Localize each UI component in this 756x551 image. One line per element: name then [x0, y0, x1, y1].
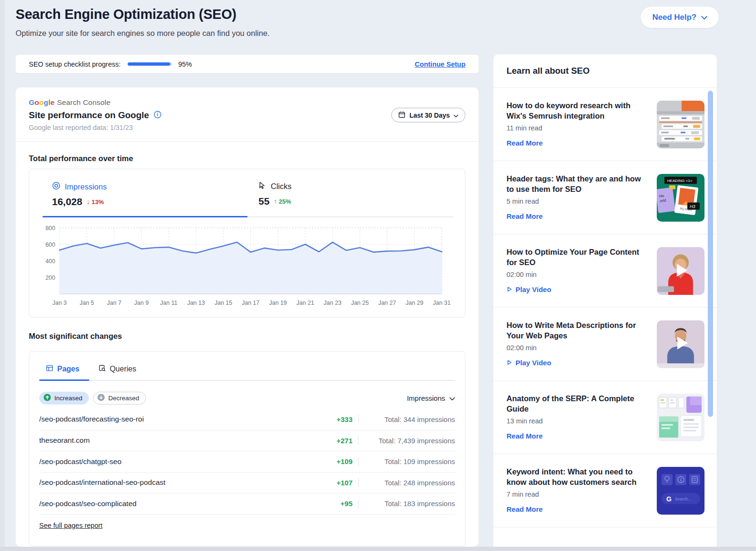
article-title: Keyword intent: What you need to know ab… — [507, 467, 648, 487]
svg-text:800: 800 — [45, 225, 55, 232]
table-row: /seo-podcast/seo-complicated +95 Total: … — [39, 493, 455, 514]
video-thumbnail[interactable] — [657, 247, 704, 295]
svg-text:Jan 13: Jan 13 — [187, 300, 205, 306]
change-value: +95 — [324, 499, 352, 508]
page-path: /seo-podcast/seo-complicated — [39, 499, 324, 508]
total-impressions: Total: 344 impressions — [364, 415, 455, 423]
performance-heading: Total performance over time — [29, 154, 465, 163]
last-reported-text: Google last reported data: 1/31/23 — [29, 124, 465, 131]
svg-text:HEADING <1>: HEADING <1> — [667, 179, 692, 183]
need-help-button[interactable]: Need Help? — [641, 7, 719, 28]
increase-circle-icon — [43, 394, 51, 403]
filter-increased-chip[interactable]: Increased — [39, 392, 89, 405]
header-tags-graphic: HEADING <1> Hoorld My Work H3 — [657, 174, 704, 222]
article-meta: 5 min read — [507, 198, 648, 205]
table-row: /seo-podcast/chatgpt-seo +109 Total: 109… — [39, 451, 455, 472]
performance-chart: 200400600800Jan 3Jan 5Jan 7Jan 9Jan 11Ja… — [43, 223, 453, 312]
svg-text:Jan 25: Jan 25 — [351, 300, 369, 306]
performance-chart-card: Impressions 16,028 ↓ 13% Clicks — [29, 169, 465, 318]
play-video-link[interactable]: Play Video — [507, 359, 648, 367]
semrush-table-graphic — [657, 101, 704, 148]
article-title: Header tags: What they are and how to us… — [507, 174, 648, 194]
total-impressions: Total: 248 impressions — [364, 479, 455, 487]
svg-text:orld: orld — [660, 198, 666, 203]
need-help-label: Need Help? — [652, 13, 696, 22]
changes-heading: Most significant changes — [29, 332, 465, 341]
chevron-down-icon — [701, 13, 707, 22]
impressions-label: Impressions — [65, 182, 107, 191]
read-more-link[interactable]: Read More — [507, 432, 648, 440]
info-icon[interactable] — [154, 111, 162, 121]
clicks-delta: ↑ 25% — [274, 198, 291, 205]
chevron-down-icon — [449, 394, 455, 402]
decrease-circle-icon — [97, 394, 105, 403]
divider — [358, 415, 359, 423]
change-value: +333 — [324, 415, 352, 423]
changes-table: /seo-podcast/forecasting-seo-roi +333 To… — [39, 409, 455, 515]
page-path: /seo-podcast/chatgpt-seo — [39, 457, 324, 466]
article-thumbnail[interactable]: G Search... — [657, 467, 704, 515]
divider — [39, 514, 455, 515]
svg-text:G: G — [666, 495, 671, 503]
filter-decreased-chip[interactable]: Decreased — [93, 392, 146, 405]
window-bottom-edge — [0, 547, 756, 551]
video-thumbnail[interactable] — [657, 320, 704, 368]
arrow-up-icon: ↑ — [274, 198, 277, 205]
tab-impressions[interactable]: Impressions 16,028 ↓ 13% — [52, 181, 258, 207]
svg-text:600: 600 — [45, 241, 55, 248]
impressions-sort-dropdown[interactable]: Impressions — [407, 394, 455, 402]
table-row: /seo-podcast/forecasting-seo-roi +333 To… — [39, 409, 455, 430]
divider — [358, 457, 359, 466]
article-thumbnail[interactable] — [657, 101, 704, 148]
checklist-label: SEO setup checklist progress: — [29, 60, 120, 68]
sidebar-scrollbar[interactable] — [708, 91, 713, 417]
tab-pages-label: Pages — [57, 365, 79, 373]
full-pages-report-link[interactable]: See full pages report — [39, 522, 103, 529]
article-thumbnail[interactable]: HEADING <1> Hoorld My Work H3 — [657, 174, 704, 222]
total-impressions: Total: 7,439 impressions — [364, 437, 455, 445]
read-more-link[interactable]: Read More — [507, 505, 648, 513]
svg-text:Search...: Search... — [675, 497, 691, 501]
svg-text:Jan 11: Jan 11 — [160, 300, 178, 306]
clicks-label: Clicks — [271, 182, 292, 191]
svg-text:Jan 5: Jan 5 — [79, 300, 94, 306]
article-title: How to Write Meta Descriptions for Your … — [507, 320, 648, 341]
arrow-down-icon: ↓ — [86, 198, 90, 206]
clicks-value: 55 — [258, 196, 269, 207]
tab-clicks[interactable]: Clicks 55 ↑ 25% — [258, 181, 292, 207]
chevron-down-icon — [454, 112, 458, 119]
svg-text:Jan 23: Jan 23 — [324, 300, 342, 306]
article-meta: 13 min read — [507, 417, 648, 425]
date-range-label: Last 30 Days — [409, 112, 450, 119]
article-meta: 02:00 min — [507, 344, 648, 352]
impressions-delta: ↓ 13% — [86, 198, 104, 206]
svg-text:Jan 3: Jan 3 — [52, 300, 67, 306]
article-thumbnail[interactable] — [657, 394, 704, 441]
change-value: +107 — [324, 479, 352, 487]
list-item: How to Write Meta Descriptions for Your … — [493, 308, 717, 381]
read-more-link[interactable]: Read More — [507, 139, 648, 147]
sidebar-heading: Learn all about SEO — [493, 54, 717, 88]
continue-setup-link[interactable]: Continue Setup — [415, 60, 465, 68]
tab-pages[interactable]: Pages — [46, 364, 79, 374]
learn-sidebar: Learn all about SEO How to do keyword re… — [493, 54, 717, 551]
calendar-icon — [398, 111, 405, 120]
play-video-link[interactable]: Play Video — [507, 285, 648, 293]
svg-text:Jan 15: Jan 15 — [215, 300, 232, 306]
svg-text:Jan 19: Jan 19 — [269, 300, 287, 306]
svg-text:H3: H3 — [690, 204, 696, 209]
date-range-dropdown[interactable]: Last 30 Days — [391, 108, 465, 122]
article-title: Anatomy of the SERP: A Complete Guide — [507, 394, 648, 414]
impressions-dropdown-label: Impressions — [407, 394, 445, 402]
divider — [358, 499, 359, 508]
page-title: Search Engine Optimization (SEO) — [16, 7, 236, 22]
article-title: How to Optimize Your Page Content for SE… — [507, 247, 648, 267]
screen-left-edge — [0, 0, 5, 551]
svg-text:200: 200 — [45, 275, 55, 281]
impressions-icon — [52, 181, 60, 192]
table-row: theseorant.com +271 Total: 7,439 impress… — [39, 430, 455, 451]
total-impressions: Total: 183 impressions — [364, 499, 455, 508]
read-more-link[interactable]: Read More — [507, 212, 648, 220]
list-item: How to Optimize Your Page Content for SE… — [493, 234, 717, 308]
tab-queries[interactable]: Queries — [98, 364, 136, 374]
